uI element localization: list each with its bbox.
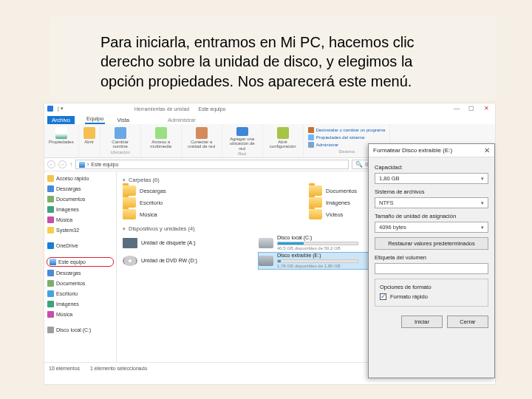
music-icon [47, 216, 54, 223]
pc-icon [50, 259, 56, 265]
tab-equipo[interactable]: Equipo [85, 115, 105, 124]
sidebar-descargas-2[interactable]: Descargas [47, 269, 114, 277]
restore-defaults-button[interactable]: Restaurar valores predeterminados [375, 237, 488, 250]
contextual-tools-label: Herramientas de unidad [134, 106, 190, 112]
manage-icon [308, 142, 314, 148]
label-sistema: Sistema de archivos [375, 188, 488, 195]
chevron-down-icon: ▾ [481, 176, 484, 182]
chevron-down-icon: ▾ [123, 226, 126, 232]
dialog-title: Formatear Disco extraíble (E:) [373, 147, 452, 154]
dialog-close-button[interactable]: ✕ [484, 146, 490, 154]
ribbon-acceso-multimedia[interactable]: Acceso a multimedia [141, 124, 182, 157]
chevron-down-icon: ▾ [481, 200, 484, 206]
ribbon-abrir-config[interactable]: Abrir configuración [263, 124, 304, 157]
uninstall-icon [308, 127, 314, 133]
hdd-icon [47, 327, 54, 333]
usb-icon [259, 256, 273, 266]
network-drive-icon [196, 127, 208, 139]
select-capacidad[interactable]: 1,80 GB▾ [375, 173, 488, 184]
sysprops-icon [308, 134, 314, 140]
hdd-icon [259, 238, 273, 248]
ribbon-propiedades[interactable]: Propiedades [44, 124, 79, 157]
nav-forward-button[interactable]: → [58, 160, 66, 168]
dialog-title-bar: Formatear Disco extraíble (E:) ✕ [369, 144, 494, 157]
ribbon-abrir[interactable]: Abrir [79, 124, 100, 157]
sidebar-disco-c[interactable]: Disco local (C:) [47, 326, 114, 334]
nav-back-button[interactable]: ← [47, 160, 55, 168]
folder-icon [123, 185, 136, 196]
dvd-icon [123, 256, 137, 266]
sidebar-imagenes[interactable]: Imágenes [47, 205, 114, 214]
chevron-down-icon: ▾ [123, 177, 126, 183]
folder-escritorio[interactable]: Escritorio [123, 197, 303, 208]
downloads-icon [47, 185, 54, 192]
sidebar-onedrive[interactable]: OneDrive [47, 242, 114, 250]
sidebar-system32[interactable]: System32 [47, 226, 114, 234]
folder-descargas[interactable]: Descargas [123, 185, 303, 196]
sidebar-documentos-2[interactable]: Documentos [47, 279, 114, 287]
ribbon-desinstalar[interactable]: Desinstalar o cambiar un programa [308, 127, 386, 133]
open-icon [83, 127, 95, 139]
settings-icon [277, 127, 289, 139]
sidebar-musica-2[interactable]: Música [47, 310, 114, 318]
folder-icon [309, 197, 322, 208]
pc-icon [79, 162, 85, 168]
properties-icon [55, 127, 67, 139]
folder-icon [309, 185, 322, 196]
add-location-icon [236, 127, 248, 136]
select-unidad[interactable]: 4096 bytes▾ [375, 222, 488, 233]
iniciar-button[interactable]: Iniciar [401, 316, 443, 328]
window-subtitle: Este equipo [198, 106, 225, 112]
select-sistema[interactable]: NTFS▾ [375, 197, 488, 208]
nav-up-icon[interactable]: ↑ [69, 161, 72, 168]
media-icon [155, 127, 167, 139]
format-options-group: Opciones de formato Formato rápido [375, 279, 488, 307]
breadcrumb[interactable]: › Este equipo [75, 160, 349, 169]
rename-icon [115, 127, 126, 139]
downloads-icon [47, 270, 54, 276]
ribbon-tabs: Archivo Equipo Vista Administrar [44, 114, 495, 124]
sidebar-acceso-rapido[interactable]: Acceso rápido [47, 174, 114, 183]
tab-vista[interactable]: Vista [115, 116, 131, 124]
images-icon [47, 206, 54, 213]
maximize-button[interactable]: ▢ [466, 105, 477, 112]
tab-archivo[interactable]: Archivo [47, 116, 75, 124]
drive-removable-e[interactable]: Disco extraíble (E:) 1,78 GB disponibles… [259, 253, 384, 268]
sidebar-descargas[interactable]: Descargas [47, 185, 114, 193]
cerrar-button[interactable]: Cerrar [447, 316, 488, 328]
documents-icon [47, 280, 54, 287]
label-capacidad: Capacidad: [375, 164, 488, 171]
folder-icon [309, 209, 322, 219]
sidebar-este-equipo[interactable]: Este equipo [47, 257, 114, 267]
sidebar-escritorio[interactable]: Escritorio [47, 290, 114, 298]
sidebar-documentos[interactable]: Documentos [47, 195, 114, 203]
title-bar: | ▾ Herramientas de unidad Este equipo —… [44, 103, 495, 114]
music-icon [47, 311, 54, 318]
checkbox-icon [380, 293, 386, 300]
explorer-window: | ▾ Herramientas de unidad Este equipo —… [44, 103, 495, 384]
instruction-text: Para iniciarla, entramos en Mi PC, hacem… [50, 16, 497, 100]
input-etiqueta[interactable] [375, 263, 488, 274]
images-icon [47, 301, 54, 307]
ribbon-prop-sistema[interactable]: Propiedades del sistema [308, 134, 365, 140]
star-icon [47, 175, 54, 182]
status-selected: 1 elemento seleccionado [90, 366, 147, 371]
ribbon-cambiar-nombre[interactable]: Cambiar nombreUbicación [100, 124, 141, 157]
app-icon [47, 106, 53, 112]
ribbon-conectar-red[interactable]: Conectar a unidad de red [182, 124, 222, 157]
close-button[interactable]: ✕ [480, 105, 492, 112]
ribbon-administrar[interactable]: Administrar [308, 142, 338, 148]
folder-musica[interactable]: Música [123, 209, 303, 219]
tab-administrar[interactable]: Administrar [166, 116, 197, 124]
checkbox-formato-rapido[interactable]: Formato rápido [380, 293, 483, 300]
capacity-bar [277, 242, 358, 245]
desktop-icon [47, 290, 54, 297]
sidebar-musica[interactable]: Música [47, 216, 114, 224]
ribbon-agregar-ubicacion[interactable]: Agregar una ubicación de redRed [222, 124, 263, 157]
minimize-button[interactable]: — [451, 105, 463, 112]
drive-local-c[interactable]: Disco local (C:) 40,5 GB disponibles de … [259, 235, 384, 250]
sidebar-imagenes-2[interactable]: Imágenes [47, 300, 114, 308]
floppy-icon [123, 238, 137, 248]
drive-floppy-a[interactable]: Unidad de disquete (A:) [123, 235, 248, 250]
drive-dvd-d[interactable]: Unidad de DVD RW (D:) [123, 253, 248, 268]
